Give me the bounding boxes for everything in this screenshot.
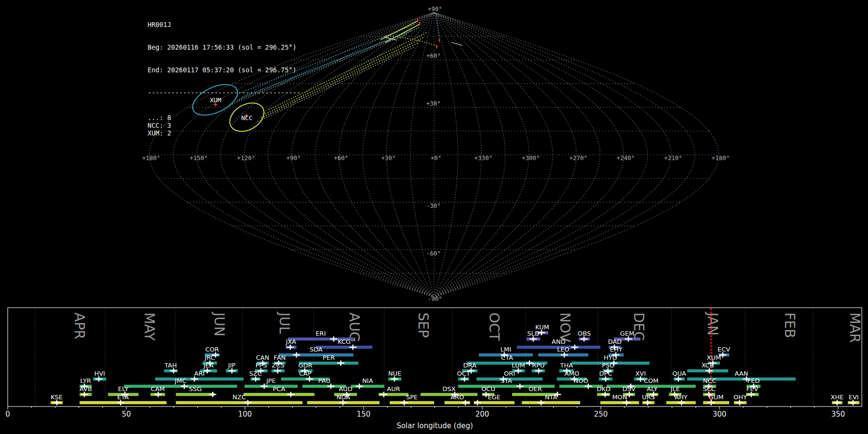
- shower-label-QUA: QUA: [672, 370, 686, 377]
- shower-counts: ...: 8NCC: 3XUM: 2: [148, 114, 300, 137]
- activity-timeline: APRMAYJUNJULAUGSEPOCTNOVDECJANFEBMARKUME…: [0, 307, 868, 434]
- shower-label-SPE: SPE: [406, 393, 418, 401]
- shower-label-FEV: FEV: [746, 385, 759, 393]
- shower-label-ARD: ARD: [450, 393, 464, 401]
- shower-label-JEA: JEA: [203, 362, 214, 369]
- shower-label-MON: MON: [612, 393, 627, 401]
- shower-bar-SPE: [390, 401, 434, 404]
- shower-label-DKD: DKD: [597, 385, 610, 393]
- shower-label-COM: COM: [644, 377, 659, 384]
- shower-label-XVI: XVI: [636, 370, 646, 377]
- shower-bar-DSX: [420, 393, 477, 396]
- lon-label: +30°: [381, 154, 396, 162]
- shower-label-JXA: JXA: [285, 338, 297, 345]
- shower-label-XCB: XCB: [702, 362, 714, 369]
- observation-end: End: 20260117 05:37:20 (sol = 296.75°): [148, 67, 300, 74]
- shower-label-OBS: OBS: [578, 330, 591, 337]
- shower-label-HVI: HVI: [94, 370, 105, 377]
- info-panel: HR001J Beg: 20260116 17:56:33 (sol = 296…: [148, 6, 300, 152]
- observation-begin: Beg: 20260116 17:56:33 (sol = 296.25°): [148, 44, 300, 52]
- shower-label-CAP: CAP: [299, 370, 312, 377]
- shower-label-SSG: SSG: [189, 385, 202, 393]
- shower-label-XUM: XUM: [707, 354, 721, 361]
- lat-label: +60°: [426, 52, 441, 59]
- lon-label: +270°: [569, 154, 587, 162]
- meteor-trail: [386, 36, 436, 46]
- x-tick-label: 150: [357, 410, 371, 419]
- lon-label: +90°: [286, 154, 301, 162]
- shower-label-STA: STA: [501, 377, 512, 384]
- shower-label-TAH: TAH: [164, 362, 177, 369]
- shower-bar-KCG: [316, 346, 372, 349]
- shower-label-KCG: KCG: [338, 338, 351, 345]
- shower-bar-ARI: [155, 378, 244, 380]
- shower-label-THA: THA: [560, 362, 573, 369]
- shower-label-OCT: OCT: [457, 370, 470, 377]
- shower-label-FAN: FAN: [274, 354, 286, 361]
- lon-label: +300°: [522, 154, 540, 162]
- lon-label: +240°: [617, 154, 635, 162]
- shower-label-DSX: DSX: [443, 385, 456, 393]
- shower-label-AND: AND: [552, 338, 566, 345]
- shower-label-CAM: CAM: [151, 385, 165, 393]
- meridian-line: [315, 13, 434, 297]
- shower-label-KSE: KSE: [51, 393, 63, 401]
- shower-label-LEO: LEO: [557, 346, 570, 353]
- shower-label-OER: OER: [529, 385, 542, 393]
- shower-label-DAD: DAD: [608, 338, 622, 345]
- shower-label-AUR: AUR: [387, 385, 400, 393]
- count-line-XUM: XUM: 2: [148, 130, 300, 137]
- shower-bar-SDA: [279, 353, 353, 356]
- shower-label-XHE: XHE: [831, 393, 844, 401]
- lon-label: +120°: [237, 154, 256, 162]
- shower-label-NIA: NIA: [362, 377, 373, 384]
- shower-label-DSV: DSV: [623, 385, 636, 393]
- north-pole-label: +90°: [428, 5, 442, 13]
- shower-bar-PCA: [244, 393, 314, 396]
- shower-label-PSU: PSU: [602, 362, 614, 369]
- lon-label: +180°: [712, 154, 730, 162]
- lon-label: +180°: [142, 154, 161, 162]
- shower-bar-JMC: [124, 385, 237, 388]
- shower-label-LMI: LMI: [501, 346, 511, 353]
- shower-label-CAN: CAN: [256, 354, 270, 361]
- shower-label-FED: FED: [747, 377, 760, 384]
- x-tick-label: 100: [238, 410, 252, 419]
- x-tick-label: 350: [831, 410, 845, 419]
- shower-label-ORI: ORI: [504, 370, 515, 377]
- shower-label-PAU: PAU: [318, 377, 330, 384]
- count-line-NCC: NCC: 3: [148, 122, 300, 130]
- lat-label: +30°: [426, 100, 441, 107]
- lat-label: -30°: [426, 202, 441, 209]
- shower-label-PPS: PPS: [256, 362, 267, 369]
- shower-label-URS: URS: [642, 393, 655, 401]
- month-label-JAN: JAN: [705, 312, 720, 336]
- shower-label-OHY: OHY: [733, 393, 747, 401]
- shower-label-AVB: AVB: [80, 385, 92, 393]
- shower-label-JLE: JLE: [670, 385, 680, 393]
- x-tick-label: 200: [475, 410, 489, 419]
- shower-label-SZC: SZC: [249, 370, 262, 377]
- shower-label-ARI: ARI: [194, 370, 205, 377]
- lon-label: +60°: [334, 154, 348, 162]
- south-pole-label: -90°: [428, 295, 442, 302]
- shower-label-JIP: JIP: [228, 362, 236, 369]
- shower-label-EHY: EHY: [610, 346, 623, 353]
- shower-label-ETA: ETA: [117, 393, 129, 401]
- count-line-dotdotdot: ...: 8: [148, 114, 300, 122]
- shower-label-SLD: SLD: [527, 330, 540, 337]
- shower-label-EVI: EVI: [849, 393, 859, 401]
- shower-label-ELY: ELY: [118, 385, 129, 393]
- shower-label-ERI: ERI: [315, 330, 326, 337]
- x-axis-title: Solar longitude (deg): [396, 421, 473, 430]
- shower-label-NZC: NZC: [232, 393, 246, 401]
- shower-bar-NTA: [522, 401, 580, 404]
- shower-label-RPU: RPU: [532, 362, 544, 369]
- shower-label-HYD: HYD: [604, 354, 617, 361]
- month-label-MAY: MAY: [141, 312, 157, 341]
- x-tick-label: 0: [5, 410, 10, 419]
- month-label-FEB: FEB: [782, 312, 798, 338]
- month-label-APR: APR: [71, 312, 87, 339]
- shower-label-NUE: NUE: [388, 370, 401, 377]
- shower-label-LUM: LUM: [512, 362, 525, 369]
